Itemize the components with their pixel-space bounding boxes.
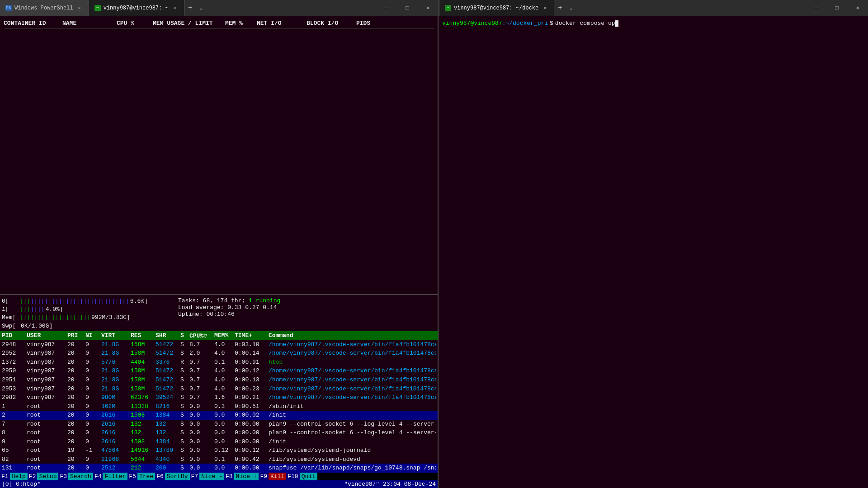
tab-chevron-left[interactable]: ⌄ (196, 5, 206, 11)
table-row[interactable]: 2951 vinny987 20 0 21.8G 158M 51472 S 0.… (0, 375, 438, 385)
tab-powershell-close[interactable]: ✕ (76, 5, 83, 12)
htop-funcbar: F1 Help F2 Setup F3 Search F4 Filter F5 (0, 473, 438, 480)
func-f8[interactable]: F8 Nice + (224, 473, 259, 480)
htop-status-right: "vince987" 23:04 08-Dec-24 (344, 481, 436, 488)
header-pids: PIDS (356, 20, 379, 27)
table-row[interactable]: 2948 vinny987 20 0 21.8G 158M 51472 S 8.… (0, 340, 438, 349)
header-mem-usage: MEM USAGE / LIMIT (153, 20, 225, 27)
left-window-titlebar: PS Windows PowerShell ✕ ⌨ vinny987@vince… (0, 0, 439, 16)
close-btn-right[interactable]: ✕ (847, 0, 868, 16)
func-f6[interactable]: F6 SortBy (155, 473, 189, 480)
cpu1-label: 1[ (2, 305, 20, 314)
table-row[interactable]: 2950 vinny987 20 0 21.8G 158M 51472 S 0.… (0, 366, 438, 375)
terminal-cursor (615, 20, 618, 27)
tab-powershell-label: Windows PowerShell (14, 5, 73, 11)
tasks-running: 1 running (249, 297, 280, 304)
func-f1[interactable]: F1 Help (0, 473, 28, 480)
ph-shr: SHR (156, 332, 180, 339)
table-row[interactable]: 7 root 20 0 2616 132 132 S 0.0 0.0 0:00.… (0, 420, 438, 429)
ph-pri: PRI (67, 332, 85, 339)
table-row[interactable]: 1372 vinny987 20 0 5776 4404 3376 R 0.7 … (0, 358, 438, 367)
cpu0-fill-low: ||| (20, 297, 30, 305)
swp-label: Swp[ (2, 322, 20, 330)
mem-percent: 992M/3.83G] (91, 314, 130, 322)
func-f4[interactable]: F4 Filter (93, 473, 127, 480)
right-window-controls: ─ □ ✕ (806, 0, 868, 16)
table-row[interactable]: 131 root 20 0 2512 212 200 S 0.0 0.0 0:0… (0, 464, 438, 473)
ph-s: S (180, 332, 189, 339)
mem-meter: Mem[ |||||||||||||||||||| 992M/3.83G] (2, 314, 169, 322)
func-f10[interactable]: F10 Quit (286, 473, 317, 480)
cpu0-percent: 6.6%] (130, 297, 148, 305)
mem-label: Mem[ (2, 314, 20, 322)
close-btn-left[interactable]: ✕ (418, 0, 439, 16)
tab-chevron-right[interactable]: ⌄ (566, 5, 576, 11)
header-mem-pct: MEM % (225, 20, 257, 27)
maximize-btn-right[interactable]: □ (826, 0, 847, 16)
tab-add-right[interactable]: + (554, 4, 566, 12)
ph-cpu: CPU%▽ (189, 332, 214, 339)
process-header: PID USER PRI NI VIRT RES SHR S CPU%▽ MEM… (0, 331, 438, 340)
func-f9[interactable]: F9 Kill (259, 473, 286, 480)
func-f7[interactable]: F7 Nice - (190, 473, 224, 480)
mem-fill: |||||||||||||||||||| (20, 314, 90, 322)
table-row[interactable]: 2982 vinny987 20 0 980M 62376 39524 S 0.… (0, 393, 438, 402)
process-table: 2948 vinny987 20 0 21.8G 158M 51472 S 8.… (0, 340, 438, 473)
cpu0-label: 0[ (2, 297, 20, 305)
right-window-titlebar: ⌨ vinny987@vince987: ~/docke ✕ + ⌄ ─ □ ✕ (439, 0, 868, 16)
func-f2[interactable]: F2 Setup (28, 473, 59, 480)
tab-vinny-left-label: vinny987@vince987: ~ (104, 5, 169, 11)
terminal-icon-left: ⌨ (94, 5, 101, 11)
left-window-controls: ─ □ ✕ (376, 0, 439, 16)
uptime-line: Uptime: 00:10:46 (178, 311, 436, 318)
cpu0-meter: 0[ ||| |||||||||||||||||||||||||||| 6.6%… (2, 297, 169, 305)
table-row[interactable]: 1 root 20 0 162M 11328 8216 S 0.0 0.3 0:… (0, 402, 438, 411)
swp-percent: 0K/1.00G] (21, 322, 52, 330)
table-row[interactable]: 2 root 20 0 2616 1508 1384 S 0.0 0.0 0:0… (0, 411, 438, 420)
table-row[interactable]: 82 root 20 0 21968 5644 4340 S 0.0 0.1 0… (0, 455, 438, 464)
func-f3[interactable]: F3 Search (58, 473, 93, 480)
docker-stats-header: CONTAINER ID NAME CPU % MEM USAGE / LIMI… (4, 18, 434, 29)
table-row[interactable]: 9 root 20 0 2616 1508 1384 S 0.0 0.0 0:0… (0, 437, 438, 446)
docker-stats-area: CONTAINER ID NAME CPU % MEM USAGE / LIMI… (0, 16, 438, 294)
cpu1-percent: 4.0%] (46, 305, 63, 314)
table-row[interactable]: 65 root 19 -1 47864 14916 13780 S 0.0 0.… (0, 446, 438, 455)
tab-vinny-left[interactable]: ⌨ vinny987@vince987: ~ ✕ (89, 0, 184, 16)
tab-powershell[interactable]: PS Windows PowerShell ✕ (0, 0, 89, 16)
main-content: CONTAINER ID NAME CPU % MEM USAGE / LIMI… (0, 16, 868, 488)
tab-vinny-right-close[interactable]: ✕ (541, 5, 548, 12)
htop-left-meters: 0[ ||| |||||||||||||||||||||||||||| 6.6%… (2, 297, 169, 330)
ph-user: USER (27, 332, 67, 339)
htop-status-bar: [0] 0:htop* "vince987" 23:04 08-Dec-24 (0, 480, 438, 488)
ph-time: TIME+ (235, 332, 269, 339)
table-row[interactable]: 8 root 20 0 2616 132 132 S 0.0 0.0 0:00.… (0, 428, 438, 437)
terminal-icon-right: ⌨ (445, 5, 451, 11)
cpu1-fill-low: ||| (20, 305, 30, 314)
header-cpu: CPU % (117, 20, 153, 27)
tab-add-left[interactable]: + (184, 4, 196, 12)
ph-cmd: Command (269, 332, 436, 339)
table-row[interactable]: 2952 vinny987 20 0 21.8G 158M 51472 S 2.… (0, 349, 438, 358)
right-terminal-content: vinny987@vince987:~/docker_pri$ docker c… (439, 16, 868, 488)
func-f5[interactable]: F5 Tree (127, 473, 155, 480)
cpu1-fill-high: |||| (30, 305, 44, 314)
tab-vinny-left-close[interactable]: ✕ (171, 5, 179, 12)
swp-meter: Swp[ 0K/1.00G] (2, 322, 169, 330)
table-row[interactable]: 2953 vinny987 20 0 21.8G 158M 51472 S 0.… (0, 385, 438, 394)
minimize-btn-left[interactable]: ─ (376, 0, 397, 16)
tasks-line: Tasks: 68, 174 thr; 1 running (178, 297, 436, 304)
header-block: BLOCK I/O (307, 20, 356, 27)
cpu1-meter: 1[ ||| |||| 4.0%] (2, 305, 169, 314)
header-net: NET I/O (257, 20, 307, 27)
header-container-id: CONTAINER ID (4, 20, 62, 27)
maximize-btn-left[interactable]: □ (397, 0, 418, 16)
prompt-line: vinny987@vince987:~/docker_pri$ docker c… (442, 20, 864, 27)
htop-status-left: [0] 0:htop* (2, 481, 41, 488)
prompt-command: docker compose up (555, 20, 615, 27)
htop-right-meters: Tasks: 68, 174 thr; 1 running Load avera… (169, 297, 436, 330)
minimize-btn-right[interactable]: ─ (806, 0, 826, 16)
tab-vinny-right[interactable]: ⌨ vinny987@vince987: ~/docke ✕ (439, 0, 554, 16)
prompt-path: :~/docker_pri (502, 20, 548, 27)
ph-mem: MEM% (214, 332, 235, 339)
prompt-user: vinny987@vince987 (442, 20, 502, 27)
